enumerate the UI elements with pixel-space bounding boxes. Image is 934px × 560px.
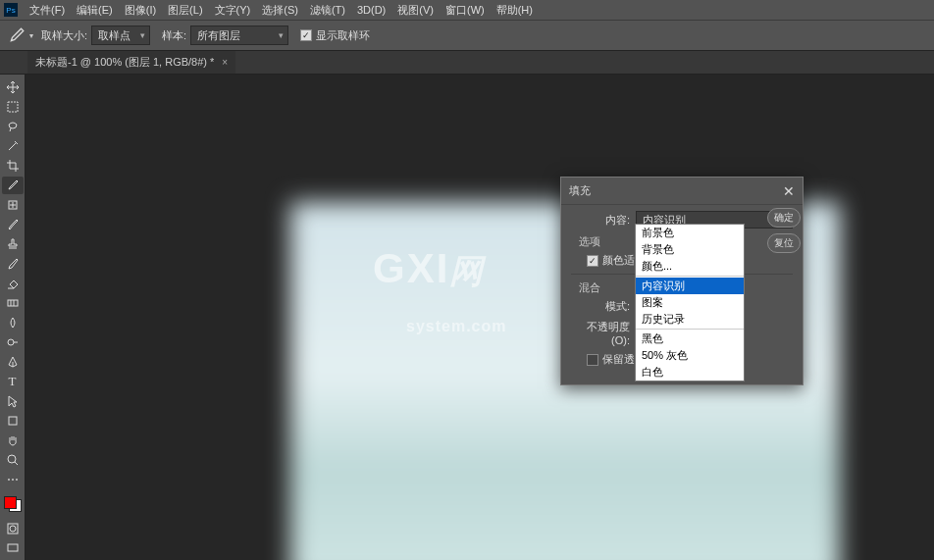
type-tool[interactable]: T xyxy=(2,373,24,390)
edit-toolbar[interactable]: ⋯ xyxy=(2,471,24,488)
dropdown-option-background[interactable]: 背景色 xyxy=(636,241,744,258)
opacity-label: 不透明度(O): xyxy=(571,320,630,346)
content-dropdown: 前景色 背景色 颜色... 内容识别 图案 历史记录 黑色 50% 灰色 白色 xyxy=(635,224,745,382)
zoom-tool[interactable] xyxy=(2,451,24,469)
path-select-tool[interactable] xyxy=(2,392,24,410)
menu-select[interactable]: 选择(S) xyxy=(256,1,304,20)
sample-size-label: 取样大小: xyxy=(41,28,87,43)
dropdown-option-pattern[interactable]: 图案 xyxy=(636,294,744,311)
sample-label: 样本: xyxy=(162,28,186,43)
preserve-checkbox[interactable] xyxy=(587,354,598,366)
eyedropper-tool[interactable] xyxy=(2,177,24,194)
svg-point-5 xyxy=(8,455,16,463)
dialog-titlebar[interactable]: 填充 ✕ xyxy=(561,178,803,205)
eyedropper-tool-icon xyxy=(8,26,26,44)
document-tab[interactable]: 未标题-1 @ 100% (图层 1, RGB/8#) * × xyxy=(27,51,235,74)
foreground-color[interactable] xyxy=(4,496,17,509)
dropdown-option-history[interactable]: 历史记录 xyxy=(636,311,744,328)
screenmode-tool[interactable] xyxy=(2,539,24,557)
content-label: 内容: xyxy=(571,213,630,228)
eraser-tool[interactable] xyxy=(2,275,24,292)
svg-rect-0 xyxy=(8,102,18,112)
dropdown-separator xyxy=(636,329,744,330)
menu-view[interactable]: 视图(V) xyxy=(391,1,440,20)
menu-type[interactable]: 文字(Y) xyxy=(209,1,257,20)
document-tab-bar: 未标题-1 @ 100% (图层 1, RGB/8#) * × xyxy=(0,51,934,75)
dropdown-separator xyxy=(636,276,744,277)
photoshop-icon: Ps xyxy=(4,3,18,17)
ok-button[interactable]: 确定 xyxy=(767,208,801,228)
magic-wand-tool[interactable] xyxy=(2,137,24,155)
dropdown-option-foreground[interactable]: 前景色 xyxy=(636,225,744,241)
menu-3d[interactable]: 3D(D) xyxy=(351,2,391,18)
dropdown-option-black[interactable]: 黑色 xyxy=(636,331,744,347)
marquee-tool[interactable] xyxy=(2,98,24,116)
crop-tool[interactable] xyxy=(2,157,24,175)
stamp-tool[interactable] xyxy=(2,235,24,253)
menu-filter[interactable]: 滤镜(T) xyxy=(304,1,351,20)
shape-tool[interactable] xyxy=(2,412,24,430)
svg-point-3 xyxy=(8,339,14,345)
brush-tool[interactable] xyxy=(2,216,24,233)
document-tab-close-icon[interactable]: × xyxy=(222,57,228,68)
mode-label: 模式: xyxy=(571,299,630,314)
spot-heal-tool[interactable] xyxy=(2,196,24,214)
pen-tool[interactable] xyxy=(2,353,24,371)
gradient-tool[interactable] xyxy=(2,294,24,312)
dialog-close-icon[interactable]: ✕ xyxy=(783,183,795,199)
color-adapt-checkbox[interactable]: ✓ xyxy=(587,255,598,267)
dialog-title: 填充 xyxy=(569,183,591,198)
dialog-buttons: 确定 复位 xyxy=(767,208,801,259)
svg-rect-8 xyxy=(8,544,18,551)
tool-palette: T ⋯ xyxy=(0,75,26,560)
menu-layer[interactable]: 图层(L) xyxy=(162,1,208,20)
quickmask-tool[interactable] xyxy=(2,520,24,537)
dropdown-option-gray[interactable]: 50% 灰色 xyxy=(636,347,744,364)
hand-tool[interactable] xyxy=(2,432,24,449)
dropdown-option-white[interactable]: 白色 xyxy=(636,364,744,381)
dropdown-option-content-aware[interactable]: 内容识别 xyxy=(636,278,744,294)
menu-help[interactable]: 帮助(H) xyxy=(491,1,539,20)
options-bar: ▾ 取样大小: 取样点 样本: 所有图层 ✓ 显示取样环 xyxy=(0,20,934,51)
watermark: GXI网 system.com xyxy=(373,245,507,341)
reset-button[interactable]: 复位 xyxy=(767,233,801,253)
menu-bar: Ps 文件(F) 编辑(E) 图像(I) 图层(L) 文字(Y) 选择(S) 滤… xyxy=(0,0,934,20)
sample-size-select[interactable]: 取样点 xyxy=(91,25,150,45)
sample-select[interactable]: 所有图层 xyxy=(190,25,288,45)
svg-point-7 xyxy=(10,526,16,532)
dodge-tool[interactable] xyxy=(2,333,24,351)
blur-tool[interactable] xyxy=(2,314,24,331)
lasso-tool[interactable] xyxy=(2,118,24,135)
menu-image[interactable]: 图像(I) xyxy=(119,1,162,20)
tool-preset-arrow-icon[interactable]: ▾ xyxy=(29,31,33,40)
menu-edit[interactable]: 编辑(E) xyxy=(71,1,119,20)
show-ring-checkbox[interactable]: ✓ xyxy=(300,29,312,41)
menu-file[interactable]: 文件(F) xyxy=(24,1,71,20)
menu-window[interactable]: 窗口(W) xyxy=(440,1,491,20)
show-ring-label: 显示取样环 xyxy=(316,28,370,43)
dropdown-option-color[interactable]: 颜色... xyxy=(636,258,744,275)
svg-rect-4 xyxy=(9,417,17,425)
move-tool[interactable] xyxy=(2,78,24,96)
color-swatch[interactable] xyxy=(4,496,22,512)
history-brush-tool[interactable] xyxy=(2,255,24,273)
document-tab-title: 未标题-1 @ 100% (图层 1, RGB/8#) * xyxy=(35,55,214,70)
svg-rect-2 xyxy=(8,300,18,306)
